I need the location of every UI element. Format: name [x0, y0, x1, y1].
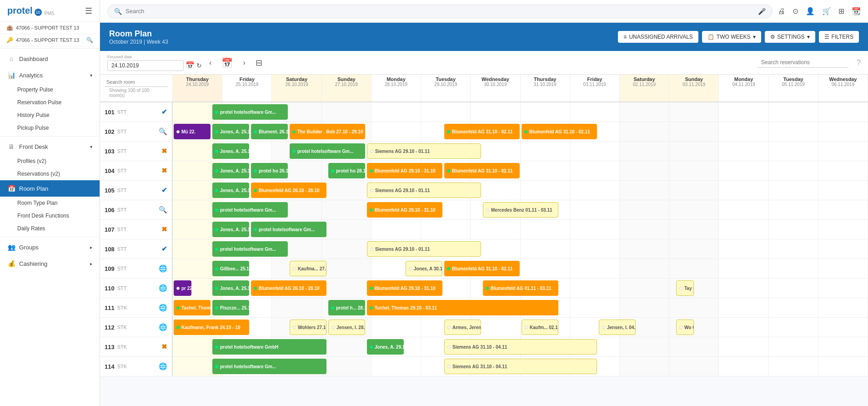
sidebar-item-profiles[interactable]: Profiles (v2)	[0, 155, 100, 167]
account-item-2[interactable]: 🔑 47066 - SUPPORT TEST 13 🔍	[0, 34, 100, 46]
sidebar-item-property-pulse[interactable]: Property Pulse	[0, 83, 100, 96]
reservation-block-111-1[interactable]: Piszcze... 25.10 - 26	[212, 300, 249, 315]
filters-button[interactable]: ☰ FILTERS	[819, 31, 859, 43]
room-cell-113[interactable]: 113 STK ✖	[100, 337, 173, 356]
reservation-block-104-7[interactable]: Blumenfeld AG 31.10 - 02.11	[444, 163, 520, 178]
reservation-block-103-5[interactable]: Siemens AG 29.10 - 01.11	[367, 143, 481, 159]
reservation-block-107-2[interactable]: protel hotelsoftware Gm...	[251, 222, 326, 237]
record-icon[interactable]: ⊙	[793, 7, 798, 15]
reservation-block-104-4[interactable]: protel ho 28.10 - 29	[328, 163, 365, 178]
grid-icon[interactable]: ⊞	[838, 7, 844, 15]
reservation-block-101-1[interactable]: protel hotelsoftware Gm...	[212, 104, 288, 120]
room-cell-108[interactable]: 108 STT ✔	[100, 239, 173, 259]
sidebar-item-analytics[interactable]: 📊 Analytics ▾	[0, 67, 100, 83]
account-search-icon[interactable]: 🔍	[86, 37, 93, 43]
reservation-block-108-1[interactable]: protel hotelsoftware Gm...	[212, 241, 288, 257]
reservation-block-110-8[interactable]: Blumenfeld AG 01.11 - 03.11	[483, 280, 558, 296]
prev-period-button[interactable]: ‹	[206, 57, 214, 69]
room-cell-106[interactable]: 106 STT 🔍	[100, 200, 173, 219]
room-cell-111[interactable]: 111 STK 🌐	[100, 298, 173, 317]
sidebar-item-front-desk[interactable]: 🖥 Front Desk ▾	[0, 138, 100, 155]
reservation-block-113-5[interactable]: Jones, A. 29.10 - 30	[367, 339, 404, 355]
sidebar-item-dashboard[interactable]: ⌂ Dashboard	[0, 51, 100, 67]
reservation-block-103-3[interactable]: protel hotelsoftware Gm...	[290, 143, 365, 159]
reservation-block-104-2[interactable]: protel ho 26.10 - 27	[251, 163, 288, 178]
sidebar-item-front-desk-functions[interactable]: Front Desk Functions	[0, 209, 100, 222]
reservation-block-111-0[interactable]: Tuchel, Thomas 23.10 - 25.10	[174, 300, 211, 315]
reservation-block-112-0[interactable]: Kaufmann, Frank 24.10 - 10	[174, 320, 249, 335]
reservation-block-102-1[interactable]: Jones, A. 25.10 - 26	[212, 124, 249, 139]
sidebar-item-reservations[interactable]: Reservations (v2)	[0, 167, 100, 180]
reservation-block-114-1[interactable]: protel hotelsoftware Gm...	[212, 359, 326, 374]
reservation-block-105-1[interactable]: Jones, A. 25.10 - 26	[212, 183, 249, 198]
register-icon[interactable]: 🖨	[778, 7, 785, 15]
room-cell-104[interactable]: 104 STT ✖	[100, 161, 173, 180]
sidebar-item-daily-rates[interactable]: Daily Rates	[0, 222, 100, 235]
reservation-block-109-1[interactable]: Gillbee... 25.10 - 26	[212, 261, 249, 276]
reservation-block-102-9[interactable]: Blumenfeld AG 31.10 - 02.11	[522, 124, 597, 139]
reservation-block-109-3[interactable]: Kaufma... 27.10 - 28	[290, 261, 326, 276]
search-reservations-input[interactable]	[758, 57, 848, 68]
reservation-block-109-6[interactable]: Jones, A 30.10 - 31	[406, 261, 442, 276]
sidebar-item-room-type-plan[interactable]: Room Type Plan	[0, 197, 100, 209]
calendar-area[interactable]: Showing 100 of 100 room(s) Thursday 24.1…	[100, 75, 868, 406]
room-cell-109[interactable]: 109 STT 🌐	[100, 259, 173, 278]
grid-view-button[interactable]: ⊟	[253, 56, 265, 70]
reservation-block-102-7[interactable]: Blumenfeld AG 31.10 - 02.11	[444, 124, 520, 139]
reservation-block-112-11[interactable]: Jensen, I. 04.11 - 05	[599, 320, 636, 335]
unassigned-arrivals-button[interactable]: ≡ UNASSIGNED ARRIVALS	[618, 31, 698, 43]
room-cell-112[interactable]: 112 STK 🌐	[100, 318, 173, 337]
reservation-block-110-1[interactable]: Jones, A. 25.10 - 26	[212, 280, 249, 296]
reservation-block-112-9[interactable]: Kaufm... 02.11 - 03	[522, 320, 558, 335]
reservation-block-102-3[interactable]: The Builder . Bob 27.10 - 29.10	[290, 124, 365, 139]
reservation-block-111-5[interactable]: Tuchel, Thomas 29.10 - 03.11	[367, 300, 558, 315]
person-add-icon[interactable]: 👤	[806, 7, 815, 15]
reservation-block-102-0[interactable]: Mü 22.	[174, 124, 211, 139]
reservation-block-104-1[interactable]: Jones, A. 25.10 - 26	[212, 163, 249, 178]
sidebar-item-reservation-pulse[interactable]: Reservation Pulse	[0, 96, 100, 109]
sidebar-item-pickup-pulse[interactable]: Pickup Pulse	[0, 122, 100, 134]
room-cell-105[interactable]: 105 STT ✔	[100, 181, 173, 200]
reservation-block-110-5[interactable]: Blumenfeld AG 29.10 - 31.10	[367, 280, 442, 296]
cart-icon[interactable]: 🛒	[822, 7, 831, 15]
reservation-block-104-5[interactable]: Blumenfeld AG 29.10 - 31.10	[367, 163, 442, 178]
sidebar-item-room-plan[interactable]: 📅 Room Plan	[0, 180, 100, 197]
reservation-block-110-13[interactable]: Tay 06.	[676, 280, 694, 296]
room-cell-103[interactable]: 103 STT ✖	[100, 142, 173, 161]
reservation-block-103-1[interactable]: Jones, A. 25.10 - 26	[212, 143, 249, 159]
reservation-block-112-3[interactable]: Wohlers 27.10 - 28	[290, 320, 326, 335]
reservation-block-110-2[interactable]: Blumenfeld AG 26.10 - 28.10	[251, 280, 326, 296]
hamburger-button[interactable]: ☰	[85, 6, 92, 16]
reservation-block-114-7[interactable]: Siemens AG 31.10 - 04.11	[444, 359, 597, 374]
reservation-block-112-4[interactable]: Jensen, I. 28.10 - 29	[328, 320, 365, 335]
search-input[interactable]	[125, 8, 754, 15]
focused-date-input[interactable]	[107, 60, 184, 71]
microphone-icon[interactable]: 🎤	[758, 8, 766, 15]
settings-button[interactable]: ⚙ SETTINGS ▾	[765, 31, 815, 43]
calendar-topbar-icon[interactable]: 📆	[852, 7, 861, 15]
reservation-block-107-1[interactable]: Jones, A. 25.10 - 26	[212, 222, 249, 237]
calendar-toggle-button[interactable]: 📅	[219, 56, 236, 70]
sidebar-item-cashiering[interactable]: 💰 Cashiering ▸	[0, 255, 100, 272]
reservation-block-105-5[interactable]: Siemens AG 29.10 - 01.11	[367, 183, 481, 198]
date-calendar-icon[interactable]: 📅	[186, 61, 195, 70]
reservation-block-102-2[interactable]: Blument. 26.10 →	[251, 124, 288, 139]
room-cell-114[interactable]: 114 STK 🌐	[100, 357, 173, 376]
reservation-block-108-5[interactable]: Siemens AG 29.10 - 01.11	[367, 241, 481, 257]
search-box[interactable]: 🔍 🎤	[107, 5, 773, 18]
room-cell-102[interactable]: 102 STT 🔍	[100, 122, 173, 141]
room-cell-107[interactable]: 107 STT ✖	[100, 220, 173, 239]
reservation-block-112-13[interactable]: Wo 06.	[676, 320, 694, 335]
reservation-block-106-5[interactable]: Blumenfeld AG 29.10 - 31.10	[367, 202, 442, 218]
reservation-block-106-8[interactable]: Mercedes Benz 01.11 - 03.11	[483, 202, 558, 218]
reservation-block-111-4[interactable]: protel h... 28.10 - 29	[328, 300, 365, 315]
reservation-block-113-7[interactable]: Siemens AG 31.10 - 04.11	[444, 339, 597, 355]
reservation-block-109-7[interactable]: Blumenfeld AG 31.10 - 02.11	[444, 261, 520, 276]
date-refresh-icon[interactable]: ↻	[196, 62, 202, 69]
account-item-1[interactable]: 🏨 47066 - SUPPORT TEST 13	[0, 22, 100, 34]
reservation-block-106-1[interactable]: protel hotelsoftware Gm...	[212, 202, 288, 218]
next-period-button[interactable]: ›	[240, 57, 248, 69]
reservation-block-110-0[interactable]: pr 22.	[174, 280, 191, 296]
search-room-input[interactable]	[105, 77, 168, 87]
room-cell-110[interactable]: 110 STT 🌐	[100, 279, 173, 298]
